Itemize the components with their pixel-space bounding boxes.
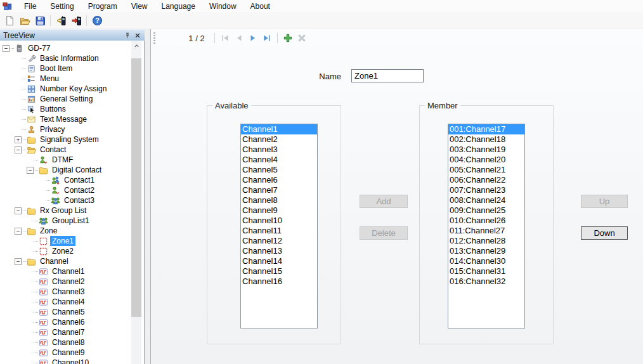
member-list-item[interactable]: 016:Channel32 bbox=[448, 276, 524, 287]
member-list-item[interactable]: 003:Channel19 bbox=[448, 145, 524, 155]
member-list-item[interactable]: 010:Channel26 bbox=[448, 216, 524, 226]
open-file-button[interactable] bbox=[17, 13, 32, 28]
panel-splitter[interactable] bbox=[145, 29, 150, 364]
available-list-item[interactable]: Channel8 bbox=[241, 195, 317, 205]
next-page-button[interactable] bbox=[246, 31, 260, 45]
write-to-radio-button[interactable] bbox=[68, 13, 84, 28]
expand-expander-icon[interactable]: + bbox=[15, 136, 22, 143]
available-list-item[interactable]: Channel13 bbox=[241, 246, 317, 256]
tree-item-zone2[interactable]: Zone2 bbox=[0, 246, 144, 256]
tree-item-contact2[interactable]: Contact2 bbox=[0, 185, 144, 195]
member-list-item[interactable]: 012:Channel28 bbox=[448, 236, 524, 246]
tree-scrollbar[interactable] bbox=[131, 41, 141, 364]
available-list-item[interactable]: Channel15 bbox=[241, 266, 317, 276]
tree-item-channel7[interactable]: Channel7 bbox=[0, 327, 144, 337]
tree-item-rx-group-list[interactable]: −Rx Group List bbox=[0, 205, 144, 216]
available-list-item[interactable]: Channel12 bbox=[241, 236, 317, 246]
collapse-expander-icon[interactable]: − bbox=[15, 207, 22, 214]
available-list-item[interactable]: Channel7 bbox=[241, 185, 317, 195]
tree-item-contact1[interactable]: Contact1 bbox=[0, 175, 144, 185]
collapse-expander-icon[interactable]: − bbox=[15, 228, 22, 235]
tree-item-menu[interactable]: Menu bbox=[0, 74, 144, 84]
last-page-button[interactable] bbox=[260, 31, 274, 45]
available-list-item[interactable]: Channel9 bbox=[241, 205, 317, 216]
menu-about[interactable]: About bbox=[244, 1, 277, 12]
collapse-expander-icon[interactable]: − bbox=[15, 258, 22, 265]
tree-item-number-key-assign[interactable]: Number Key Assign bbox=[0, 84, 144, 94]
member-list-item[interactable]: 002:Channel18 bbox=[448, 134, 524, 145]
menu-setting[interactable]: Setting bbox=[43, 1, 81, 12]
member-list-item[interactable]: 005:Channel21 bbox=[448, 165, 524, 175]
tree-item-channel1[interactable]: Channel1 bbox=[0, 266, 144, 276]
tree-item-grouplist1[interactable]: GroupList1 bbox=[0, 216, 144, 226]
tree-item-gd-77[interactable]: −GD-77 bbox=[0, 43, 144, 53]
toolbar-grip[interactable] bbox=[153, 32, 155, 44]
available-list-item[interactable]: Channel4 bbox=[241, 155, 317, 165]
scroll-up-button[interactable] bbox=[131, 41, 141, 51]
tree-item-channel8[interactable]: Channel8 bbox=[0, 337, 144, 348]
tree-item-signaling-system[interactable]: +Signaling System bbox=[0, 134, 144, 145]
member-list-item[interactable]: 013:Channel29 bbox=[448, 246, 524, 256]
member-list-item[interactable]: 009:Channel25 bbox=[448, 205, 524, 216]
menu-language[interactable]: Language bbox=[155, 1, 202, 12]
tree-item-channel10[interactable]: Channel10 bbox=[0, 358, 144, 364]
member-list-item[interactable]: 004:Channel20 bbox=[448, 155, 524, 165]
available-list-item[interactable]: Channel5 bbox=[241, 165, 317, 175]
collapse-expander-icon[interactable]: − bbox=[3, 45, 10, 52]
member-list-item[interactable]: 011:Channel27 bbox=[448, 226, 524, 236]
available-list-item[interactable]: Channel14 bbox=[241, 256, 317, 266]
name-input[interactable] bbox=[351, 69, 424, 82]
tree-item-channel9[interactable]: Channel9 bbox=[0, 348, 144, 358]
available-list-item[interactable]: Channel6 bbox=[241, 175, 317, 185]
new-file-button[interactable] bbox=[2, 13, 17, 28]
read-from-radio-button[interactable] bbox=[53, 13, 68, 28]
add-item-button[interactable] bbox=[281, 31, 295, 45]
tree-item-buttons[interactable]: Buttons bbox=[0, 104, 144, 114]
member-list-item[interactable]: 001:Channel17 bbox=[448, 124, 524, 134]
tree-item-contact3[interactable]: Contact3 bbox=[0, 195, 144, 205]
collapse-expander-icon[interactable]: − bbox=[27, 167, 34, 174]
zone-editor-panel: 1 / 2 Name Available Channel1Channel2Cha… bbox=[150, 29, 643, 364]
member-list-item[interactable]: 015:Channel31 bbox=[448, 266, 524, 276]
tree-item-zone1[interactable]: Zone1 bbox=[0, 236, 144, 246]
tree-item-contact[interactable]: −Contact bbox=[0, 145, 144, 155]
member-list-item[interactable]: 007:Channel23 bbox=[448, 185, 524, 195]
tree-item-label: Privacy bbox=[38, 124, 67, 134]
scrollbar-thumb[interactable] bbox=[131, 58, 141, 317]
tree-item-boot-item[interactable]: Boot Item bbox=[0, 63, 144, 74]
member-list-item[interactable]: 006:Channel22 bbox=[448, 175, 524, 185]
down-button[interactable]: Down bbox=[581, 226, 628, 240]
menu-window[interactable]: Window bbox=[202, 1, 244, 12]
pin-button[interactable] bbox=[122, 30, 133, 40]
save-file-button[interactable] bbox=[32, 13, 48, 28]
menu-file[interactable]: File bbox=[17, 1, 43, 12]
tree-item-digital-contact[interactable]: −Digital Contact bbox=[0, 165, 144, 175]
tree-item-zone[interactable]: −Zone bbox=[0, 226, 144, 236]
tree-item-dtmf[interactable]: DTMF bbox=[0, 155, 144, 165]
available-list-item[interactable]: Channel1 bbox=[241, 124, 317, 134]
available-list-item[interactable]: Channel3 bbox=[241, 145, 317, 155]
available-list-item[interactable]: Channel16 bbox=[241, 276, 317, 287]
tree-item-channel6[interactable]: Channel6 bbox=[0, 317, 144, 327]
tree-item-channel3[interactable]: Channel3 bbox=[0, 287, 144, 297]
member-listbox[interactable]: 001:Channel17002:Channel18003:Channel190… bbox=[448, 124, 525, 328]
tree-item-channel4[interactable]: Channel4 bbox=[0, 297, 144, 307]
tree-item-privacy[interactable]: Privacy bbox=[0, 124, 144, 134]
menu-program[interactable]: Program bbox=[81, 1, 124, 12]
help-button[interactable] bbox=[89, 13, 105, 28]
collapse-expander-icon[interactable]: − bbox=[15, 146, 22, 153]
available-list-item[interactable]: Channel2 bbox=[241, 134, 317, 145]
tree-item-basic-information[interactable]: Basic Information bbox=[0, 53, 144, 63]
member-list-item[interactable]: 008:Channel24 bbox=[448, 195, 524, 205]
menu-view[interactable]: View bbox=[124, 1, 155, 12]
member-list-item[interactable]: 014:Channel30 bbox=[448, 256, 524, 266]
tree-item-channel5[interactable]: Channel5 bbox=[0, 307, 144, 317]
tree-item-text-message[interactable]: Text Message bbox=[0, 114, 144, 124]
available-listbox[interactable]: Channel1Channel2Channel3Channel4Channel5… bbox=[240, 124, 318, 328]
available-list-item[interactable]: Channel11 bbox=[241, 226, 317, 236]
close-panel-button[interactable] bbox=[133, 30, 143, 40]
tree-item-general-setting[interactable]: General Setting bbox=[0, 94, 144, 104]
tree-item-channel2[interactable]: Channel2 bbox=[0, 276, 144, 287]
available-list-item[interactable]: Channel10 bbox=[241, 216, 317, 226]
tree-item-channel[interactable]: −Channel bbox=[0, 256, 144, 266]
